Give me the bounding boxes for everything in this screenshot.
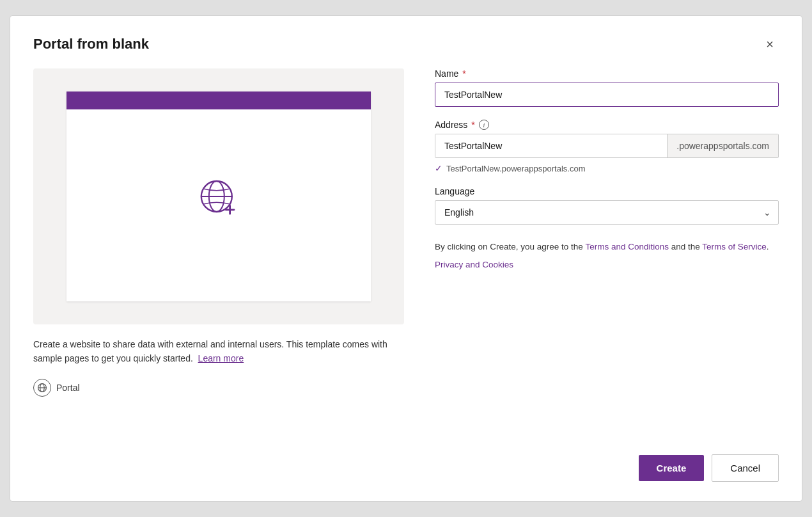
- address-row: .powerappsportals.com: [435, 134, 779, 158]
- right-panel: Name * Address * i .powerappsportals.com…: [435, 68, 779, 418]
- validated-url: TestPortalNew.powerappsportals.com: [446, 164, 586, 173]
- left-panel: Create a website to share data with exte…: [33, 68, 404, 418]
- language-field-group: Language English French German Spanish J…: [435, 186, 779, 225]
- globe-plus-icon: [193, 171, 244, 222]
- info-icon[interactable]: i: [479, 120, 489, 130]
- name-label: Name *: [435, 68, 779, 79]
- privacy-cookies-link[interactable]: Privacy and Cookies: [435, 260, 513, 269]
- preview-inner: [66, 91, 371, 301]
- dialog-title: Portal from blank: [33, 36, 149, 52]
- portal-from-blank-dialog: Portal from blank ×: [10, 15, 802, 502]
- language-select[interactable]: English French German Spanish Japanese: [435, 200, 779, 225]
- address-required-star: *: [471, 120, 474, 130]
- address-suffix: .powerappsportals.com: [667, 134, 778, 157]
- dialog-footer: Create Cancel: [33, 444, 779, 482]
- terms-service-link[interactable]: Terms of Service: [702, 242, 767, 251]
- dialog-header: Portal from blank ×: [33, 35, 779, 53]
- close-button[interactable]: ×: [761, 35, 779, 53]
- tag-label: Portal: [56, 383, 80, 393]
- address-field-group: Address * i .powerappsportals.com ✓ Test…: [435, 120, 779, 173]
- language-label: Language: [435, 186, 779, 196]
- address-label: Address * i: [435, 120, 779, 130]
- cancel-button[interactable]: Cancel: [712, 454, 779, 482]
- name-input[interactable]: [435, 83, 779, 107]
- name-required-star: *: [462, 68, 465, 79]
- preview-box: [33, 68, 404, 324]
- terms-group: By clicking on Create, you agree to the …: [435, 237, 779, 270]
- dialog-body: Create a website to share data with exte…: [33, 68, 779, 418]
- tag-row: Portal: [33, 379, 404, 397]
- globe-icon-preview: [193, 171, 244, 222]
- create-button[interactable]: Create: [639, 455, 705, 481]
- preview-bar: [66, 91, 371, 109]
- address-input[interactable]: [435, 134, 667, 157]
- check-icon: ✓: [435, 163, 442, 173]
- learn-more-link[interactable]: Learn more: [198, 353, 244, 363]
- terms-conditions-link[interactable]: Terms and Conditions: [585, 242, 669, 251]
- name-field-group: Name *: [435, 68, 779, 107]
- terms-text: By clicking on Create, you agree to the …: [435, 240, 779, 255]
- description-text: Create a website to share data with exte…: [33, 337, 404, 366]
- tag-globe-icon: [33, 379, 51, 397]
- language-select-wrapper: English French German Spanish Japanese ⌄: [435, 200, 779, 225]
- validation-row: ✓ TestPortalNew.powerappsportals.com: [435, 163, 779, 173]
